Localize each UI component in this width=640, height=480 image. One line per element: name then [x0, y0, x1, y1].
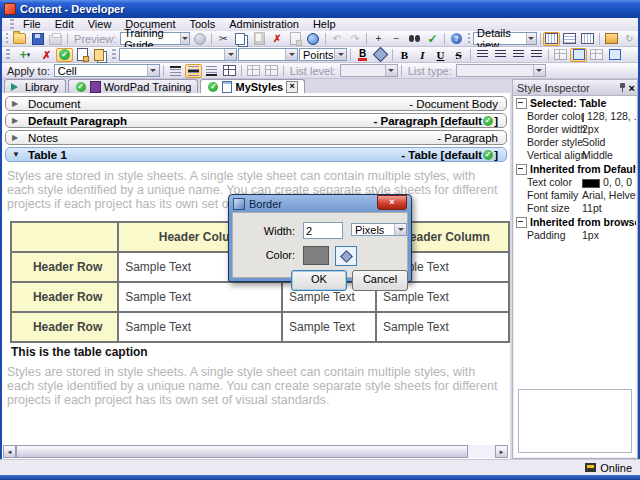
- table-cell[interactable]: Sample Text: [118, 312, 282, 342]
- style-row-table1[interactable]: ▼ Table 1 - Table [default ✓ ]: [5, 147, 507, 162]
- scroll-right-button[interactable]: ►: [495, 445, 508, 458]
- font-unit-combo[interactable]: Points: [299, 48, 347, 61]
- expand-arrow-icon[interactable]: ▶: [12, 116, 28, 125]
- table-row-header-cell[interactable]: Header Row: [11, 282, 118, 312]
- paste-button[interactable]: [251, 32, 268, 46]
- tab-close-button[interactable]: ×: [286, 81, 298, 93]
- cell-spacing-button[interactable]: [552, 48, 569, 62]
- strikethrough-button[interactable]: S: [450, 48, 467, 62]
- zoom-in-button[interactable]: +: [370, 32, 387, 46]
- scroll-left-button[interactable]: ◄: [3, 445, 16, 458]
- style-organizer-button[interactable]: [92, 48, 109, 62]
- copy-button[interactable]: [233, 32, 250, 46]
- style-row-notes[interactable]: ▶ Notes - Paragraph: [5, 130, 507, 145]
- table-row-header-cell[interactable]: Header Row: [11, 252, 118, 282]
- add-style-button[interactable]: + ▾: [13, 48, 37, 62]
- delete-button[interactable]: ✗: [269, 32, 286, 46]
- zoom-out-button[interactable]: −: [388, 32, 405, 46]
- new-style-button[interactable]: [74, 48, 91, 62]
- apply-style-button[interactable]: ✓: [56, 48, 73, 62]
- color-swatch-button[interactable]: [303, 246, 329, 265]
- table-cell[interactable]: Sample Text: [376, 312, 509, 342]
- collapse-arrow-icon[interactable]: ▼: [12, 150, 28, 159]
- font-color-button[interactable]: B: [354, 48, 371, 62]
- menu-help[interactable]: Help: [306, 18, 343, 31]
- list-type-combo[interactable]: [456, 64, 546, 77]
- merge-cells-button[interactable]: [588, 48, 605, 62]
- expand-arrow-icon[interactable]: ▶: [12, 99, 28, 108]
- fill-color-button[interactable]: [372, 48, 389, 62]
- redo-button[interactable]: ↷: [346, 32, 363, 46]
- valign-middle-button[interactable]: [185, 64, 202, 78]
- menu-file[interactable]: File: [16, 18, 48, 31]
- italic-button[interactable]: I: [414, 48, 431, 62]
- print-button[interactable]: [47, 32, 64, 46]
- split-horizontal-view-button[interactable]: [561, 32, 578, 46]
- style-row-default-paragraph[interactable]: ▶ Default Paragraph - Paragraph [default…: [5, 113, 507, 128]
- open-button[interactable]: [11, 32, 28, 46]
- row-insert-button[interactable]: [245, 64, 262, 78]
- find-button[interactable]: [406, 32, 423, 46]
- unit-combo[interactable]: Pixels: [351, 223, 407, 236]
- table-row-header-cell[interactable]: Header Row: [11, 312, 118, 342]
- delete-style-button[interactable]: ✗: [38, 48, 55, 62]
- underline-button[interactable]: U: [432, 48, 449, 62]
- tab-wordpad-training[interactable]: ✓ WordPad Training: [68, 79, 199, 93]
- table-borders-button[interactable]: [221, 64, 238, 78]
- font-size-combo[interactable]: [238, 48, 298, 61]
- properties-button[interactable]: [603, 32, 620, 46]
- align-center-button[interactable]: [492, 48, 509, 62]
- inspector-group-browser-defaults[interactable]: Inherited from browser defaults: [514, 215, 636, 229]
- collapse-box-icon[interactable]: [516, 164, 527, 175]
- table-cell[interactable]: Sample Text: [282, 312, 376, 342]
- undo-button[interactable]: ↶: [328, 32, 345, 46]
- cut-button[interactable]: ✂: [215, 32, 232, 46]
- inspector-group-selected[interactable]: Selected: Table: [514, 96, 636, 110]
- apply-to-combo[interactable]: Cell: [54, 64, 160, 77]
- font-family-combo[interactable]: [119, 48, 237, 61]
- valign-top-button[interactable]: [167, 64, 184, 78]
- split-vertical-view-button[interactable]: [579, 32, 596, 46]
- valign-bottom-button[interactable]: [203, 64, 220, 78]
- paste-special-button[interactable]: [287, 32, 304, 46]
- align-right-button[interactable]: [510, 48, 527, 62]
- search-button[interactable]: [305, 32, 322, 46]
- ok-button[interactable]: OK: [291, 270, 347, 291]
- list-level-combo[interactable]: [340, 64, 398, 77]
- dialog-title-bar[interactable]: Border ×: [229, 195, 411, 212]
- menu-tools[interactable]: Tools: [183, 18, 223, 31]
- view-combo[interactable]: Details view: [473, 32, 537, 45]
- refresh-button[interactable]: ↻: [621, 32, 638, 46]
- expand-arrow-icon[interactable]: ▶: [12, 133, 28, 142]
- table-corner-cell[interactable]: [11, 222, 118, 252]
- save-button[interactable]: [29, 32, 46, 46]
- pin-icon[interactable]: [619, 83, 626, 92]
- cell-properties-button[interactable]: [606, 48, 623, 62]
- collapse-box-icon[interactable]: [516, 98, 527, 109]
- cancel-button[interactable]: Cancel: [352, 270, 408, 291]
- tab-library[interactable]: Library: [4, 79, 66, 93]
- width-input[interactable]: [303, 222, 343, 239]
- color-picker-button[interactable]: [335, 246, 357, 266]
- style-row-document[interactable]: ▶ Document - Document Body: [5, 96, 507, 111]
- preview-go-button[interactable]: [191, 32, 208, 46]
- menu-view[interactable]: View: [81, 18, 119, 31]
- align-justify-button[interactable]: [528, 48, 545, 62]
- collapse-box-icon[interactable]: [516, 217, 527, 228]
- help-button[interactable]: ?: [448, 32, 465, 46]
- details-view-button[interactable]: [543, 32, 560, 46]
- dialog-close-button[interactable]: ×: [377, 195, 407, 210]
- preview-combo[interactable]: Training Guide: [120, 32, 190, 45]
- bold-button[interactable]: B: [396, 48, 413, 62]
- inspector-group-inherited-doc[interactable]: Inherited from Default Documen: [514, 162, 636, 176]
- menu-administration[interactable]: Administration: [222, 18, 306, 31]
- horizontal-scrollbar[interactable]: ◄ ►: [3, 445, 508, 458]
- tab-mystyles[interactable]: ✓ MyStyles ×: [200, 79, 305, 93]
- table-cell[interactable]: Sample Text: [118, 282, 282, 312]
- spellcheck-button[interactable]: ✓: [424, 32, 441, 46]
- close-icon[interactable]: ×: [629, 82, 635, 94]
- cell-select-button[interactable]: [570, 48, 587, 62]
- scrollbar-thumb[interactable]: [16, 445, 468, 458]
- align-left-button[interactable]: [474, 48, 491, 62]
- menu-edit[interactable]: Edit: [48, 18, 81, 31]
